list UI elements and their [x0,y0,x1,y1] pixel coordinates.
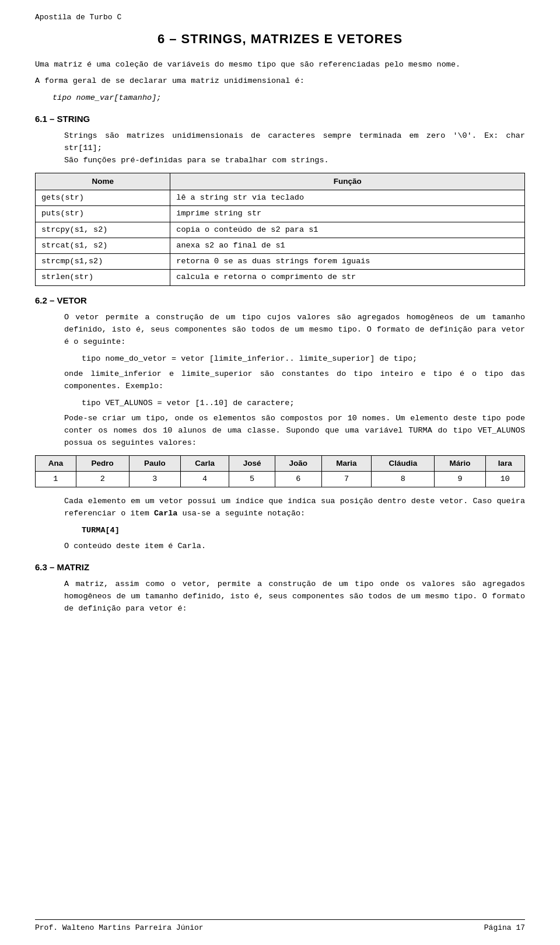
section2-p1: O vetor permite a construção de um tipo … [64,312,525,348]
header-label: Apostila de Turbo C [35,13,121,22]
section2-p4b-text: usa-se a seguinte notação: [183,509,306,518]
page-footer: Prof. Walteno Martins Parreira Júnior Pá… [35,919,525,934]
table-row: strcat(s1, s2) [36,238,170,253]
section2-bold-word: Carla [154,509,178,518]
turma-header-cell: Ana [36,455,76,471]
table-row: strcmp(s1,s2) [36,254,170,270]
turma-header-cell: Cláudia [372,455,435,471]
section2-formula1: tipo nome_do_vetor = vetor [limite_infer… [82,353,525,365]
table-row: strlen(str) [36,270,170,285]
table-row: calcula e retorna o comprimento de str [170,270,525,285]
intro-p1: Uma matriz é uma coleção de variáveis do… [35,59,525,71]
turma-value-cell: 8 [372,472,435,487]
table-row: copia o conteúdo de s2 para s1 [170,222,525,238]
section3-heading: 6.3 – MATRIZ [35,561,525,574]
section2-heading: 6.2 – VETOR [35,294,525,308]
table-row: retorna 0 se as duas strings forem iguai… [170,254,525,270]
turma-header-cell: Iara [485,455,524,471]
table-row: anexa s2 ao final de s1 [170,238,525,253]
turma-header-cell: Mário [435,455,485,471]
turma-value-cell: 1 [36,472,76,487]
turma-value-cell: 3 [129,472,180,487]
section2-p5: O conteúdo deste item é Carla. [64,541,525,553]
turma-value-cell: 6 [275,472,321,487]
table-col2-header: Função [170,173,525,190]
page-header: Apostila de Turbo C [35,12,525,23]
intro-p3-text: Strings são matrizes unidimensionais de … [64,131,477,140]
section1-heading: 6.1 – STRING [35,113,525,126]
table-row: puts(str) [36,206,170,222]
intro-code1: tipo nome_var[tamanho]; [52,92,525,104]
turma-header-cell: José [229,455,275,471]
section2-p2: onde limite_inferior e limite_superior s… [64,368,525,393]
section2-formula2: tipo VET_ALUNOS = vetor [1..10] de carac… [82,397,525,409]
functions-table: Nome Função gets(str)lê a string str via… [35,173,525,286]
turma-value-cell: 5 [229,472,275,487]
intro-p2: A forma geral de se declarar uma matriz … [35,75,525,88]
table-row: strcpy(s1, s2) [36,222,170,238]
turma-header-cell: Maria [321,455,372,471]
turma-header-cell: Paulo [129,455,180,471]
turma-header-cell: João [275,455,321,471]
footer-left: Prof. Walteno Martins Parreira Júnior [35,922,204,934]
turma-value-cell: 7 [321,472,372,487]
turma-value-cell: 2 [76,472,129,487]
turma-header-cell: Carla [180,455,229,471]
section2-p4: Cada elemento em um vetor possui um índi… [64,496,525,520]
section2-p3: Pode-se criar um tipo, onde os elementos… [64,413,525,449]
table-col1-header: Nome [36,173,170,190]
turma-header-cell: Pedro [76,455,129,471]
page: Apostila de Turbo C 6 – STRINGS, MATRIZE… [0,0,560,945]
intro-p3: Strings são matrizes unidimensionais de … [64,130,525,167]
section3-p1: A matriz, assim como o vetor, permite a … [64,578,525,615]
turma-table: AnaPedroPauloCarlaJoséJoãoMariaCláudiaMá… [35,455,525,488]
turma-value-cell: 10 [485,472,524,487]
page-title: 6 – STRINGS, MATRIZES E VETORES [35,29,525,48]
turma-value-cell: 4 [180,472,229,487]
table-row: gets(str) [36,190,170,206]
table-row: lê a string str via teclado [170,190,525,206]
footer-right: Página 17 [484,922,525,934]
turma-value-cell: 9 [435,472,485,487]
turma-ref: TURMA[4] [82,525,525,536]
table-row: imprime string str [170,206,525,222]
